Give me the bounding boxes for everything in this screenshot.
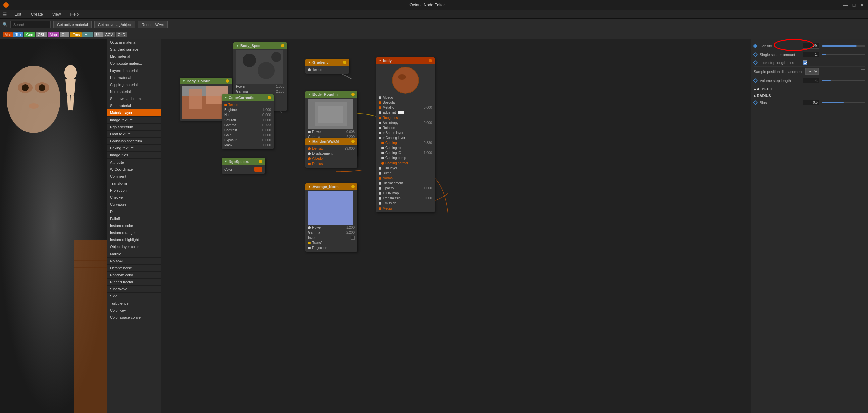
node-color-correction[interactable]: ▼ ColorCorrectio Texture Brightne 1.000 … bbox=[221, 94, 274, 149]
node-item-projection[interactable]: Projection bbox=[107, 187, 161, 194]
node-item-gaussian-spectrum[interactable]: Gaussian spectrum bbox=[107, 138, 161, 145]
node-item-standard-surface[interactable]: Standard surface bbox=[107, 46, 161, 53]
node-item-layered-material[interactable]: Layered material bbox=[107, 67, 161, 74]
tab-ems[interactable]: Ems bbox=[70, 32, 82, 37]
port-an-gamma: Gamma 2.200 bbox=[308, 230, 355, 235]
node-item-checker[interactable]: Checker bbox=[107, 194, 161, 201]
node-item-marble[interactable]: Marble bbox=[107, 250, 161, 258]
tab-mat[interactable]: Mat bbox=[3, 32, 13, 37]
node-item-image-texture[interactable]: Image texture bbox=[107, 117, 161, 124]
port-coating: Coating 0.330 bbox=[379, 140, 432, 145]
node-item-noise4d[interactable]: Noise4D bbox=[107, 258, 161, 265]
tab-osl[interactable]: OSL bbox=[36, 32, 47, 37]
node-item-instance-color[interactable]: Instance color bbox=[107, 222, 161, 229]
single-scatter-slider[interactable] bbox=[822, 54, 865, 55]
tab-aov[interactable]: AOV bbox=[103, 32, 115, 37]
single-scatter-input[interactable] bbox=[803, 52, 819, 57]
node-item-curvature[interactable]: Curvature bbox=[107, 201, 161, 208]
node-item-attribute[interactable]: Attribute bbox=[107, 159, 161, 166]
node-item-color-key[interactable]: Color key bbox=[107, 307, 161, 314]
node-canvas[interactable]: ▼ Body_Spec Power 1.000 bbox=[161, 39, 750, 413]
node-item-sub-material[interactable]: Sub material bbox=[107, 102, 161, 110]
radius-section[interactable]: RADIUS bbox=[753, 92, 865, 98]
lock-step-checkbox[interactable] bbox=[803, 60, 807, 65]
node-item-instance-range[interactable]: Instance range bbox=[107, 229, 161, 236]
node-item-baking-texture[interactable]: Baking texture bbox=[107, 145, 161, 152]
svg-rect-13 bbox=[74, 240, 107, 413]
bias-input[interactable] bbox=[803, 100, 819, 106]
sample-position-dropdown[interactable]: ▼ bbox=[805, 68, 819, 75]
node-item-clipping-material[interactable]: Clipping material bbox=[107, 81, 161, 88]
tab-gen[interactable]: Gen bbox=[24, 32, 35, 37]
volume-step-input[interactable] bbox=[803, 78, 819, 83]
single-scatter-label: Single scatter amount bbox=[760, 53, 800, 57]
port-cc-hue: Hue 0.000 bbox=[224, 113, 271, 118]
node-title-average-normal: Average_Norm bbox=[312, 185, 339, 189]
volume-step-slider[interactable] bbox=[822, 80, 865, 81]
node-item-transform[interactable]: Transform bbox=[107, 180, 161, 187]
sample-position-checkbox[interactable] bbox=[861, 69, 865, 74]
search-icon: 🔍 bbox=[3, 22, 8, 27]
menu-help[interactable]: Help bbox=[68, 11, 81, 18]
node-header-color-correction: ▼ ColorCorrectio bbox=[221, 94, 274, 101]
node-body[interactable]: ▼ body Albedo bbox=[376, 57, 435, 212]
lock-step-label: Lock step length pins bbox=[760, 61, 800, 65]
tab-tex[interactable]: Tex bbox=[13, 32, 23, 37]
node-item-shadow-catcher[interactable]: Shadow catcher m bbox=[107, 95, 161, 102]
get-active-material-button[interactable]: Get active material bbox=[53, 21, 92, 28]
albedo-section[interactable]: ALBEDO bbox=[753, 85, 865, 92]
density-label: Density bbox=[760, 44, 800, 48]
node-title-color-correction: ColorCorrectio bbox=[228, 96, 255, 100]
node-item-float-texture[interactable]: Float texture bbox=[107, 130, 161, 138]
node-item-octane-noise[interactable]: Octane noise bbox=[107, 265, 161, 272]
node-item-material-layer[interactable]: Material layer bbox=[107, 110, 161, 117]
node-item-sine-wave[interactable]: Sine wave bbox=[107, 286, 161, 293]
density-slider-track[interactable] bbox=[822, 45, 865, 47]
node-item-w-coordinate[interactable]: W Coordinate bbox=[107, 166, 161, 173]
node-item-null-material[interactable]: Null material bbox=[107, 88, 161, 95]
node-item-side[interactable]: Side bbox=[107, 293, 161, 300]
node-average-normal[interactable]: ▼ Average_Norm Power 1.200 Gamma bbox=[305, 183, 358, 252]
port-edge-tint: Edge tint bbox=[379, 110, 432, 115]
node-header-random-walk: ▼ RandomWalkM bbox=[305, 138, 358, 145]
port-gradient-texture: Texture bbox=[308, 67, 346, 72]
node-item-random-color[interactable]: Random color bbox=[107, 272, 161, 279]
node-item-object-layer-color[interactable]: Object layer color bbox=[107, 243, 161, 250]
render-aovs-button[interactable]: Render AOVs bbox=[138, 21, 168, 28]
get-active-tag-button[interactable]: Get active tag/object bbox=[94, 21, 135, 28]
density-input[interactable] bbox=[803, 43, 819, 49]
node-item-composite-material[interactable]: Composite materi... bbox=[107, 60, 161, 67]
search-input[interactable] bbox=[10, 21, 51, 28]
node-item-hair-material[interactable]: Hair material bbox=[107, 74, 161, 81]
node-item-dirt[interactable]: Dirt bbox=[107, 208, 161, 215]
node-rgb-spectrum[interactable]: ▼ RgbSpectru Color bbox=[221, 158, 265, 174]
menu-view[interactable]: View bbox=[50, 11, 63, 18]
node-output-dot bbox=[281, 44, 284, 47]
close-button[interactable]: ✕ bbox=[859, 2, 865, 8]
tab-mec[interactable]: Mec bbox=[82, 32, 93, 37]
hamburger-icon[interactable]: ☰ bbox=[3, 12, 7, 17]
tab-oth[interactable]: Oth bbox=[60, 32, 70, 37]
tab-utl[interactable]: Utl bbox=[94, 32, 102, 37]
node-gradient[interactable]: ▼ Gradient Texture bbox=[305, 59, 349, 73]
node-item-image-tiles[interactable]: Image tiles bbox=[107, 152, 161, 159]
node-item-comment[interactable]: Comment bbox=[107, 173, 161, 180]
node-item-instance-highlight[interactable]: Instance highlight bbox=[107, 236, 161, 243]
tab-c4d[interactable]: C4D bbox=[116, 32, 127, 37]
node-item-ridged-fractal[interactable]: Ridged fractal bbox=[107, 279, 161, 286]
node-item-octane-material[interactable]: Octane material bbox=[107, 39, 161, 46]
minimize-button[interactable]: — bbox=[843, 2, 848, 8]
maximize-button[interactable]: □ bbox=[851, 2, 857, 8]
node-item-turbulence[interactable]: Turbulence bbox=[107, 300, 161, 307]
node-item-rgb-spectrum[interactable]: Rgb spectrum bbox=[107, 124, 161, 130]
node-item-falloff[interactable]: Falloff bbox=[107, 215, 161, 222]
tab-map[interactable]: Map bbox=[48, 32, 59, 37]
window-controls[interactable]: — □ ✕ bbox=[843, 2, 865, 8]
menu-edit[interactable]: Edit bbox=[12, 11, 24, 18]
node-item-color-space-conve[interactable]: Color space conve bbox=[107, 314, 161, 321]
single-scatter-fill bbox=[822, 54, 826, 55]
menu-create[interactable]: Create bbox=[29, 11, 45, 18]
node-item-mix-material[interactable]: Mix material bbox=[107, 53, 161, 60]
node-random-walk[interactable]: ▼ RandomWalkM Density 29.000 Displacemen… bbox=[305, 138, 358, 168]
bias-slider[interactable] bbox=[822, 102, 865, 104]
